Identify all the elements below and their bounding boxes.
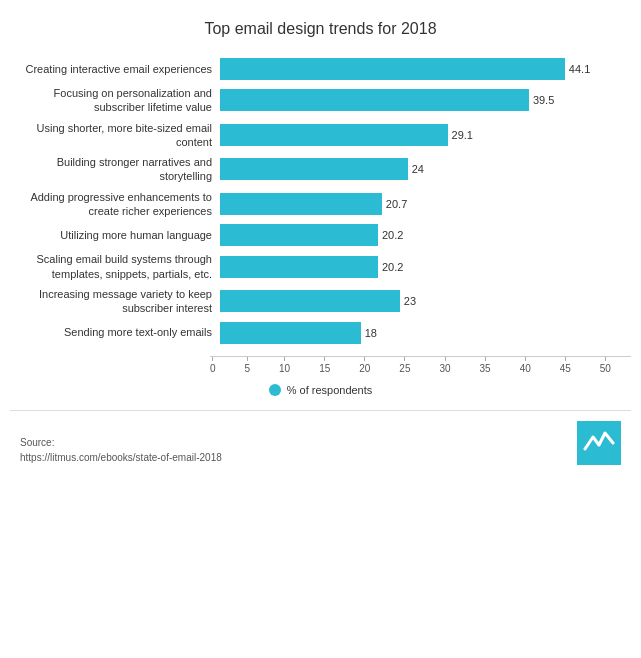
bar-label: Focusing on personalization and subscrib… [20, 86, 220, 115]
bar-fill [220, 224, 378, 246]
bar-row: Focusing on personalization and subscrib… [20, 86, 611, 115]
legend-area: % of respondents [10, 384, 631, 396]
x-tick: 25 [399, 357, 410, 374]
x-tick: 35 [480, 357, 491, 374]
source-label: Source: [20, 437, 54, 448]
bar-row: Sending more text-only emails18 [20, 322, 611, 344]
bar-fill [220, 290, 400, 312]
bar-label: Utilizing more human language [20, 228, 220, 242]
source-text: Source: https://litmus.com/ebooks/state-… [20, 435, 222, 465]
bar-row: Building stronger narratives and storyte… [20, 155, 611, 184]
bar-label: Adding progressive enhancements to creat… [20, 190, 220, 219]
x-tick: 45 [560, 357, 571, 374]
bar-row: Scaling email build systems through temp… [20, 252, 611, 281]
bar-fill [220, 256, 378, 278]
bar-row: Adding progressive enhancements to creat… [20, 190, 611, 219]
bar-fill [220, 322, 361, 344]
bar-track: 39.5 [220, 89, 611, 111]
bar-label: Using shorter, more bite-sized email con… [20, 121, 220, 150]
bar-row: Using shorter, more bite-sized email con… [20, 121, 611, 150]
bar-label: Creating interactive email experiences [20, 62, 220, 76]
source-area: Source: https://litmus.com/ebooks/state-… [10, 410, 631, 475]
bar-track: 20.7 [220, 193, 611, 215]
bar-row: Increasing message variety to keep subsc… [20, 287, 611, 316]
bar-fill [220, 124, 448, 146]
bar-fill [220, 158, 408, 180]
bar-label: Scaling email build systems through temp… [20, 252, 220, 281]
chart-area: Creating interactive email experiences44… [10, 58, 631, 350]
source-url: https://litmus.com/ebooks/state-of-email… [20, 452, 222, 463]
logo-icon [583, 429, 615, 457]
bar-value: 39.5 [533, 94, 554, 106]
logo-box [577, 421, 621, 465]
bar-value: 18 [365, 327, 377, 339]
bar-fill [220, 193, 382, 215]
x-tick: 5 [245, 357, 251, 374]
legend-dot [269, 384, 281, 396]
x-tick: 0 [210, 357, 216, 374]
bar-track: 20.2 [220, 256, 611, 278]
x-tick: 50 [600, 357, 611, 374]
x-tick: 40 [520, 357, 531, 374]
bar-track: 44.1 [220, 58, 611, 80]
bar-value: 20.7 [386, 198, 407, 210]
bar-fill [220, 89, 529, 111]
x-tick: 15 [319, 357, 330, 374]
bar-row: Utilizing more human language20.2 [20, 224, 611, 246]
bar-track: 29.1 [220, 124, 611, 146]
bar-value: 24 [412, 163, 424, 175]
bar-track: 20.2 [220, 224, 611, 246]
bar-value: 23 [404, 295, 416, 307]
bar-track: 23 [220, 290, 611, 312]
bar-value: 20.2 [382, 229, 403, 241]
bar-value: 29.1 [452, 129, 473, 141]
bar-label: Sending more text-only emails [20, 325, 220, 339]
bar-value: 20.2 [382, 261, 403, 273]
x-tick: 20 [359, 357, 370, 374]
x-axis: 05101520253035404550 [210, 356, 631, 374]
bar-label: Increasing message variety to keep subsc… [20, 287, 220, 316]
x-tick: 10 [279, 357, 290, 374]
bar-fill [220, 58, 565, 80]
bar-value: 44.1 [569, 63, 590, 75]
chart-title: Top email design trends for 2018 [10, 20, 631, 38]
bar-track: 24 [220, 158, 611, 180]
bar-label: Building stronger narratives and storyte… [20, 155, 220, 184]
chart-container: Top email design trends for 2018 Creatin… [0, 0, 641, 485]
x-tick: 30 [439, 357, 450, 374]
legend-label: % of respondents [287, 384, 373, 396]
bar-row: Creating interactive email experiences44… [20, 58, 611, 80]
bar-track: 18 [220, 322, 611, 344]
